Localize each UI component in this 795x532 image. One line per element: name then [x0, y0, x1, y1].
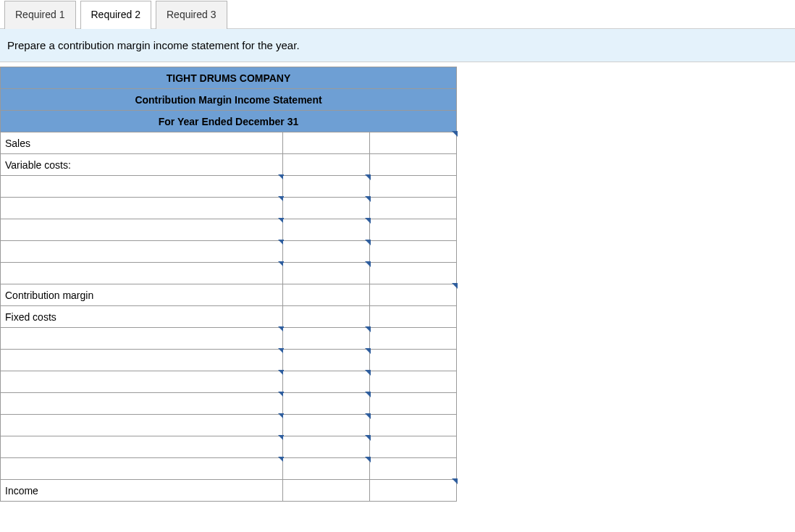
fc-heading-amt2 [370, 306, 457, 328]
vc-line2-amt2 [370, 198, 457, 219]
fc-line1-label[interactable] [1, 328, 283, 350]
tab-required-1[interactable]: Required 1 [4, 1, 76, 29]
fc-line3-label[interactable] [1, 371, 283, 393]
fc-line4-amt[interactable] [283, 393, 370, 415]
instruction-text: Prepare a contribution margin income sta… [0, 28, 795, 62]
cm-amt2[interactable] [370, 284, 457, 306]
vc-line2-label[interactable] [1, 198, 283, 219]
vc-line5-amt[interactable] [283, 263, 370, 284]
label-fixed-costs: Fixed costs [1, 306, 283, 328]
vc-heading-amt2 [370, 154, 457, 176]
vc-line1-amt2 [370, 176, 457, 198]
tab-required-3[interactable]: Required 3 [156, 1, 227, 29]
vc-line3-amt2 [370, 219, 457, 241]
fc-line3-amt[interactable] [283, 371, 370, 393]
income-amt2[interactable] [370, 480, 457, 502]
fc-line6-label[interactable] [1, 436, 283, 458]
vc-line4-amt[interactable] [283, 241, 370, 263]
label-contribution-margin: Contribution margin [1, 284, 283, 306]
label-variable-costs: Variable costs: [1, 154, 283, 176]
income-amt1[interactable] [283, 480, 370, 502]
income-statement-table: TIGHT DRUMS COMPANY Contribution Margin … [0, 67, 457, 502]
fc-line7-label[interactable] [1, 458, 283, 480]
fc-line6-amt2 [370, 436, 457, 458]
company-name: TIGHT DRUMS COMPANY [1, 67, 457, 89]
statement-title: Contribution Margin Income Statement [1, 89, 457, 111]
vc-line1-amt[interactable] [283, 176, 370, 198]
fc-line1-amt[interactable] [283, 328, 370, 350]
statement-period: For Year Ended December 31 [1, 111, 457, 132]
fc-line5-amt2 [370, 415, 457, 436]
fc-line5-label[interactable] [1, 415, 283, 436]
vc-line5-amt2 [370, 263, 457, 284]
vc-line4-amt2 [370, 241, 457, 263]
label-sales: Sales [1, 132, 283, 154]
vc-line3-amt[interactable] [283, 219, 370, 241]
vc-line5-label[interactable] [1, 263, 283, 284]
cm-amt1[interactable] [283, 284, 370, 306]
vc-line1-label[interactable] [1, 176, 283, 198]
sales-amt1[interactable] [283, 132, 370, 154]
fc-line2-amt2 [370, 350, 457, 371]
sales-amt2[interactable] [370, 132, 457, 154]
label-income: Income [1, 480, 283, 502]
fc-line2-amt[interactable] [283, 350, 370, 371]
fc-line7-amt2 [370, 458, 457, 480]
vc-heading-amt1 [283, 154, 370, 176]
fc-line2-label[interactable] [1, 350, 283, 371]
fc-line6-amt[interactable] [283, 436, 370, 458]
fc-heading-amt1 [283, 306, 370, 328]
fc-line3-amt2 [370, 371, 457, 393]
fc-line4-label[interactable] [1, 393, 283, 415]
fc-line7-amt[interactable] [283, 458, 370, 480]
fc-line5-amt[interactable] [283, 415, 370, 436]
fc-line1-amt2 [370, 328, 457, 350]
vc-line3-label[interactable] [1, 219, 283, 241]
fc-line4-amt2 [370, 393, 457, 415]
vc-line2-amt[interactable] [283, 198, 370, 219]
vc-line4-label[interactable] [1, 241, 283, 263]
tab-required-2[interactable]: Required 2 [80, 1, 152, 29]
tabs-bar: Required 1 Required 2 Required 3 [0, 0, 795, 28]
